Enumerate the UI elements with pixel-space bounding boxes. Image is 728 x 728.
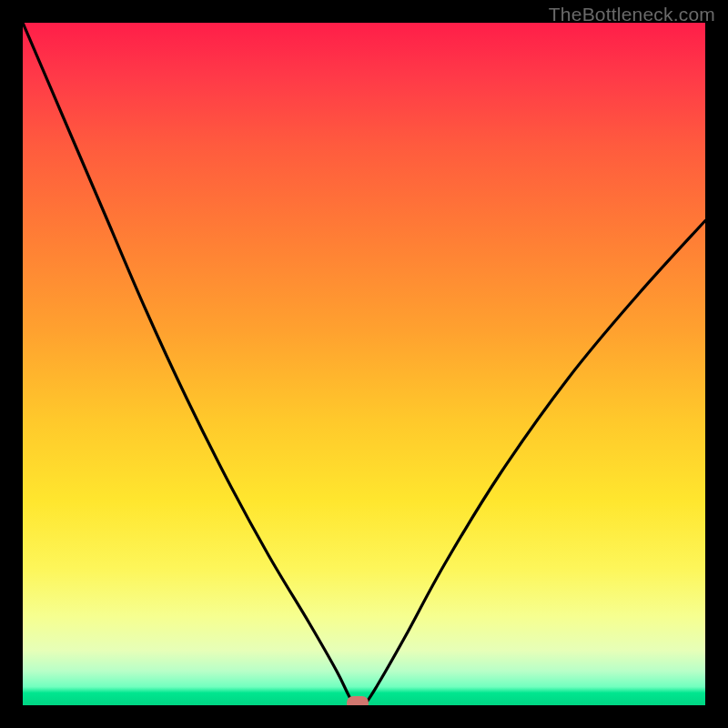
chart-frame: TheBottleneck.com [0, 0, 728, 728]
optimal-point-marker [347, 696, 369, 705]
bottleneck-curve [23, 23, 705, 705]
plot-area [23, 23, 705, 705]
